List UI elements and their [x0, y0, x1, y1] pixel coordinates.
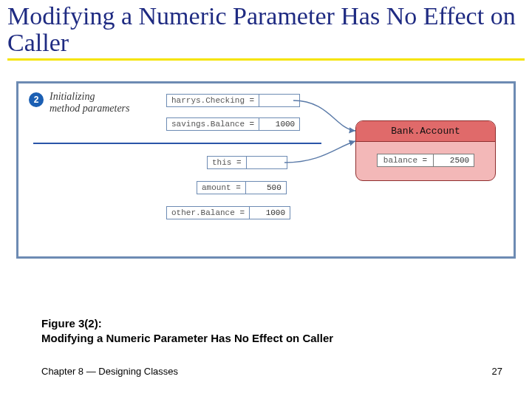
- slide-title: Modifying a Numeric Parameter Has No Eff…: [0, 0, 532, 55]
- var-label: savings.Balance =: [166, 117, 259, 131]
- figure-caption: Figure 3(2): Modifying a Numeric Paramet…: [41, 316, 333, 347]
- var-value: 1000: [249, 206, 290, 219]
- var-label: other.Balance =: [166, 206, 249, 219]
- object-box: Bank.Account balance = 2500: [355, 120, 496, 181]
- slide: Modifying a Numeric Parameter Has No Eff…: [0, 0, 532, 399]
- caption-line2: Modifying a Numeric Parameter Has No Eff…: [41, 332, 333, 344]
- var-value: 500: [245, 181, 287, 194]
- var-value: [246, 156, 287, 169]
- object-field-value: 2500: [433, 154, 474, 167]
- var-amount: amount = 500: [197, 181, 287, 194]
- footer-chapter: Chapter 8 — Designing Classes: [41, 366, 178, 377]
- step-label: Initializing method parameters: [50, 91, 130, 115]
- object-class-name: Bank.Account: [356, 121, 495, 142]
- step-number-badge: 2: [29, 92, 44, 107]
- title-underline: [7, 58, 525, 61]
- var-this: this =: [207, 156, 287, 169]
- page-number: 27: [492, 366, 502, 377]
- figure-panel: 2 Initializing method parameters harrys.…: [16, 81, 516, 259]
- step-label-line1: Initializing: [50, 91, 95, 102]
- step-label-line2: method parameters: [50, 103, 130, 114]
- var-label: this =: [207, 156, 246, 169]
- caption-line1: Figure 3(2):: [41, 317, 102, 330]
- var-harrys-checking: harrys.Checking =: [166, 94, 300, 107]
- var-label: amount =: [197, 181, 245, 194]
- object-body: balance = 2500: [356, 142, 495, 180]
- divider-line: [33, 143, 321, 144]
- var-other-balance: other.Balance = 1000: [166, 206, 290, 219]
- object-field-label: balance =: [377, 154, 433, 167]
- var-label: harrys.Checking =: [166, 94, 259, 107]
- var-savings-balance: savings.Balance = 1000: [166, 117, 300, 131]
- var-value: 1000: [259, 117, 300, 131]
- var-value: [259, 94, 300, 107]
